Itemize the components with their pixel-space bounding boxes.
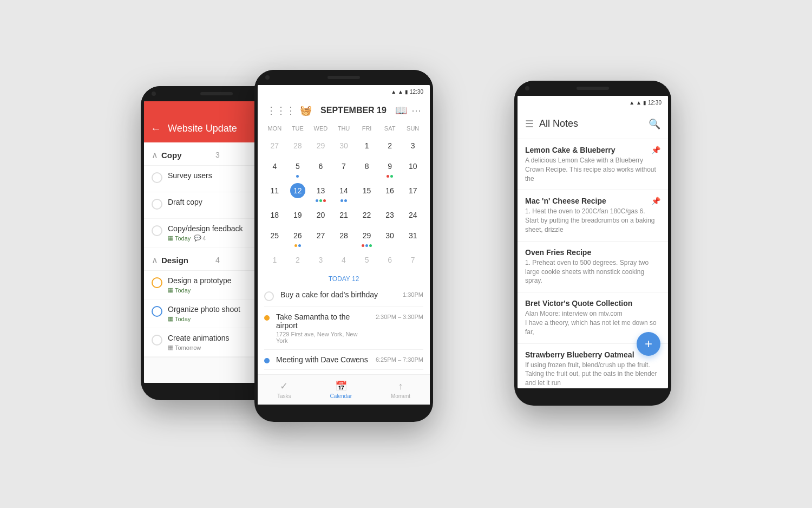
cal-day-31[interactable]: 31 [401,226,424,249]
cal-day-9[interactable]: 9 [378,157,402,180]
cal-day-4-next[interactable]: 4 [332,250,356,270]
cal-day-27[interactable]: 27 [309,226,332,249]
task-checkbox-animations[interactable] [152,335,162,346]
scene: ▲ ▲ ▮ 08:3 ← Website Update 🔍 ⋮ ∧ Copy [108,43,704,465]
note-oven-fries[interactable]: Oven Fries Recipe 1. Preheat oven to 500… [518,242,668,292]
cal-day-19[interactable]: 19 [286,205,310,225]
cal-week-6: 1 2 3 4 5 6 7 [263,250,424,270]
add-note-fab[interactable]: + [637,332,660,356]
task-meta-copydesign: ▦ Today 💬 4 [168,235,261,242]
task-checkbox-draft[interactable] [152,199,162,210]
event-meeting-dave[interactable]: Meeting with Dave Cowens 6:25PM – 7:30PM [264,350,423,370]
cal-day-16[interactable]: 16 [378,181,402,204]
cal-week-4: 18 19 20 21 22 23 24 [263,205,424,225]
cal-day-5[interactable]: 5 [286,157,310,180]
collapse-design-icon[interactable]: ∧ [152,255,158,265]
cal-day-2[interactable]: 2 [378,136,402,155]
nav-calendar-cal[interactable]: 📅 Calendar [330,380,352,399]
task-checkbox-copydesign[interactable] [152,225,162,236]
tasks-nav-label: Tasks [277,393,291,399]
event-time-airport: 2:30PM – 3:30PM [376,314,423,320]
nav-moment-cal[interactable]: ↑ Moment [391,381,410,399]
task-checkbox-prototype[interactable] [152,277,162,288]
event-content-birthday: Buy a cake for dad's birthday [280,290,396,299]
cal-day-4[interactable]: 4 [263,157,286,180]
more-cal-icon[interactable]: ⋯ [411,105,421,116]
cal-day-26[interactable]: 26 [286,226,310,249]
cal-day-29-prev[interactable]: 29 [309,136,332,155]
speaker-notes [577,87,609,90]
time-cal: 12:30 [410,89,423,95]
cal-day-7-next[interactable]: 7 [401,250,424,270]
cal-day-25[interactable]: 25 [263,226,286,249]
calendar-nav-label: Calendar [330,393,352,399]
camera-tasks [152,92,156,96]
cal-day-24[interactable]: 24 [401,205,424,225]
cal-day-10[interactable]: 10 [401,157,424,180]
cal-day-22[interactable]: 22 [355,205,378,225]
basket-icon[interactable]: 🧺 [300,105,312,116]
book-icon[interactable]: 📖 [395,105,407,116]
cal-day-30[interactable]: 30 [378,226,402,249]
comment-icon: 💬 [194,235,201,242]
status-icons-notes: ▲ ▲ ▮ 12:30 [629,100,662,106]
note-title-bret: Bret Victor's Quote Collection [525,299,660,308]
calendar-month-title: SEPTEMBER 19 [316,106,391,115]
cal-day-17[interactable]: 17 [401,181,424,204]
cal-day-15[interactable]: 15 [355,181,378,204]
day-thu: THU [332,123,356,134]
phone-screen-cal: ▲ ▲ ▮ 12:30 ⋮⋮⋮ 🧺 SEPTEMBER 19 📖 ⋯ MON T… [258,85,430,405]
design-section-count: 4 [215,256,220,264]
cal-day-5-next[interactable]: 5 [355,250,378,270]
moment-nav-icon: ↑ [398,381,403,392]
nav-tasks-cal[interactable]: ✓ Tasks [277,380,291,399]
cal-icon-animations: ▦ [168,344,173,351]
task-meta-prototype: ▦ Today [168,286,261,294]
cal-icon-prototype: ▦ [168,286,173,294]
cal-day-12-today[interactable]: 12 [286,181,310,204]
event-location-airport: 1729 First ave, New York, New York [276,331,369,344]
cal-day-29[interactable]: 29 [355,226,378,249]
note-lemon-cake[interactable]: 📌 Lemon Cake & Blueberry A delicious Lem… [518,139,668,190]
event-airport[interactable]: Take Samantha to the airport 1729 First … [264,307,423,350]
cal-day-28-prev[interactable]: 28 [286,136,310,155]
cal-week-5: 25 26 27 28 29 30 31 [263,226,424,249]
cal-day-7[interactable]: 7 [332,157,356,180]
menu-grid-icon[interactable]: ⋮⋮⋮ [266,105,296,116]
collapse-copy-icon[interactable]: ∧ [152,150,158,160]
cal-day-14[interactable]: 14 [332,181,356,204]
event-birthday-cake[interactable]: Buy a cake for dad's birthday 1:30PM [264,285,423,307]
pin-icon-lemon: 📌 [651,146,660,154]
hamburger-icon-notes[interactable]: ☰ [525,118,534,130]
cal-day-2-next[interactable]: 2 [286,250,310,270]
cal-day-27-prev[interactable]: 27 [263,136,286,155]
cal-day-1[interactable]: 1 [355,136,378,155]
cal-day-30-prev[interactable]: 30 [332,136,356,155]
cal-day-13[interactable]: 13 [309,181,332,204]
task-checkbox-photoshoot[interactable] [152,306,162,317]
calendar-icon-copydesign: ▦ [168,235,173,242]
back-button-tasks[interactable]: ← [150,122,161,135]
cal-day-28[interactable]: 28 [332,226,356,249]
cal-day-6-next[interactable]: 6 [378,250,402,270]
cal-day-21[interactable]: 21 [332,205,356,225]
cal-week-3: 11 12 13 14 15 16 17 [263,181,424,204]
pin-icon-mac: 📌 [651,197,660,205]
camera-notes [525,86,529,90]
cal-day-3-next[interactable]: 3 [309,250,332,270]
cal-day-8[interactable]: 8 [355,157,378,180]
cal-day-18[interactable]: 18 [263,205,286,225]
cal-day-23[interactable]: 23 [378,205,402,225]
cal-day-11[interactable]: 11 [263,181,286,204]
cal-day-20[interactable]: 20 [309,205,332,225]
cal-day-1-next[interactable]: 1 [263,250,286,270]
event-check-birthday[interactable] [264,291,274,301]
calendar-grid: MON TUE WED THU FRI SAT SUN 27 28 29 30 … [258,123,430,270]
cal-day-3[interactable]: 3 [401,136,424,155]
note-mac-cheese[interactable]: 📌 Mac 'n' Cheese Recipe 1. Heat the oven… [518,190,668,241]
task-content-copydesign: Copy/design feedback ▦ Today 💬 4 [168,224,261,242]
search-icon-notes[interactable]: 🔍 [649,118,660,130]
cal-day-6[interactable]: 6 [309,157,332,180]
task-checkbox-survey[interactable] [152,172,162,183]
cal-week-1: 27 28 29 30 1 2 3 [263,136,424,155]
